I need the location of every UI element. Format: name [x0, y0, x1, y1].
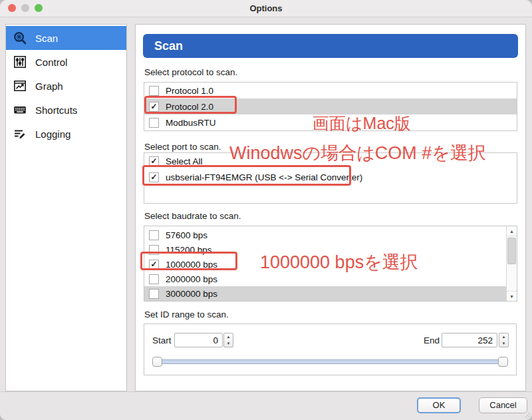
baudrate-list: 57600 bps 115200 bps ✓ 1000000 bps 20000… — [144, 226, 517, 302]
sidebar-item-scan[interactable]: Scan — [6, 26, 126, 50]
resize-grip-icon[interactable] — [523, 411, 531, 419]
sliders-icon — [13, 55, 27, 69]
scrollbar-thumb[interactable] — [507, 238, 516, 264]
protocol-list: Protocol 1.0 ✓ Protocol 2.0 ModbusRTU — [144, 82, 517, 131]
slider-handle-end[interactable] — [498, 357, 508, 367]
checkbox[interactable] — [149, 274, 159, 284]
sidebar-item-label: Logging — [35, 128, 70, 140]
list-item-usbserial-port[interactable]: ✓ usbserial-FT94EMGR (USB <-> Serial Con… — [144, 169, 517, 185]
line-chart-icon — [13, 79, 27, 93]
list-item-3000000[interactable]: 3000000 bps — [144, 286, 506, 301]
port-section-label: Select port to scan. — [144, 142, 221, 152]
page-title: Scan — [143, 34, 518, 58]
scroll-down-icon[interactable]: ▼ — [507, 291, 517, 301]
port-list: ✓ Select All ✓ usbserial-FT94EMGR (USB <… — [144, 152, 517, 204]
baudrate-scrollbar[interactable]: ▲ ▼ — [506, 226, 517, 301]
checkbox[interactable] — [149, 86, 159, 96]
checkbox[interactable]: ✓ — [149, 156, 159, 166]
id-range-section-label: Set ID range to scan. — [144, 310, 229, 319]
stepper-up-icon[interactable]: ▲ — [499, 333, 508, 340]
sidebar-item-label: Control — [35, 57, 67, 68]
checkbox[interactable] — [149, 289, 159, 299]
list-item-protocol-1[interactable]: Protocol 1.0 — [144, 83, 517, 99]
id-range-slider-track[interactable] — [153, 359, 508, 364]
list-item-115200[interactable]: 115200 bps — [144, 242, 506, 257]
checkbox[interactable] — [149, 118, 159, 128]
list-item-modbusrtu[interactable]: ModbusRTU — [144, 114, 517, 130]
start-id-input[interactable]: 0 — [174, 333, 223, 347]
keyboard-icon — [13, 103, 27, 117]
checkbox[interactable]: ✓ — [149, 172, 159, 182]
end-id-input[interactable]: 252 — [442, 333, 497, 347]
sidebar-item-label: Graph — [35, 81, 63, 92]
list-item-select-all[interactable]: ✓ Select All — [144, 153, 517, 169]
sidebar-item-shortcuts[interactable]: Shortcuts — [6, 98, 126, 122]
sidebar: Scan Control Graph — [5, 24, 127, 391]
checkbox[interactable] — [149, 245, 159, 255]
id-range-box: Start : 0 ▲ ▼ End : 252 ▲ ▼ — [144, 323, 517, 375]
slider-handle-start[interactable] — [152, 357, 162, 367]
window-title: Options — [0, 3, 532, 13]
start-label: Start : — [152, 335, 176, 345]
scan-magnifier-gear-icon — [13, 31, 27, 45]
checkbox[interactable] — [149, 230, 159, 240]
protocol-section-label: Select protocol to scan. — [144, 67, 237, 77]
list-item-57600[interactable]: 57600 bps — [144, 228, 506, 242]
cancel-button[interactable]: Cancel — [479, 397, 527, 413]
ok-button[interactable]: OK — [417, 397, 461, 413]
scan-settings-panel: Scan Select protocol to scan. Protocol 1… — [135, 24, 526, 391]
checkbox[interactable]: ✓ — [149, 102, 159, 112]
list-item-protocol-2[interactable]: ✓ Protocol 2.0 — [144, 99, 517, 114]
sidebar-item-graph[interactable]: Graph — [6, 74, 126, 98]
stepper-down-icon[interactable]: ▼ — [499, 340, 508, 347]
footer: OK Cancel — [0, 391, 532, 420]
options-dialog: Options Scan — [0, 0, 532, 420]
checkbox[interactable]: ✓ — [149, 260, 159, 270]
baudrate-section-label: Select baudrate to scan. — [144, 211, 241, 221]
list-item-2000000[interactable]: 2000000 bps — [144, 272, 506, 286]
start-id-stepper[interactable]: ▲ ▼ — [223, 333, 233, 347]
sidebar-item-logging[interactable]: Logging — [6, 122, 126, 146]
titlebar: Options — [0, 0, 532, 17]
stepper-up-icon[interactable]: ▲ — [224, 333, 233, 340]
sidebar-item-label: Shortcuts — [35, 105, 77, 116]
scroll-up-icon[interactable]: ▲ — [507, 226, 517, 236]
sidebar-item-label: Scan — [35, 33, 58, 44]
end-id-stepper[interactable]: ▲ ▼ — [499, 333, 509, 347]
pencil-lines-icon — [13, 126, 27, 141]
list-item-1000000[interactable]: ✓ 1000000 bps — [144, 257, 506, 272]
stepper-down-icon[interactable]: ▼ — [224, 340, 233, 347]
sidebar-item-control[interactable]: Control — [6, 50, 126, 74]
